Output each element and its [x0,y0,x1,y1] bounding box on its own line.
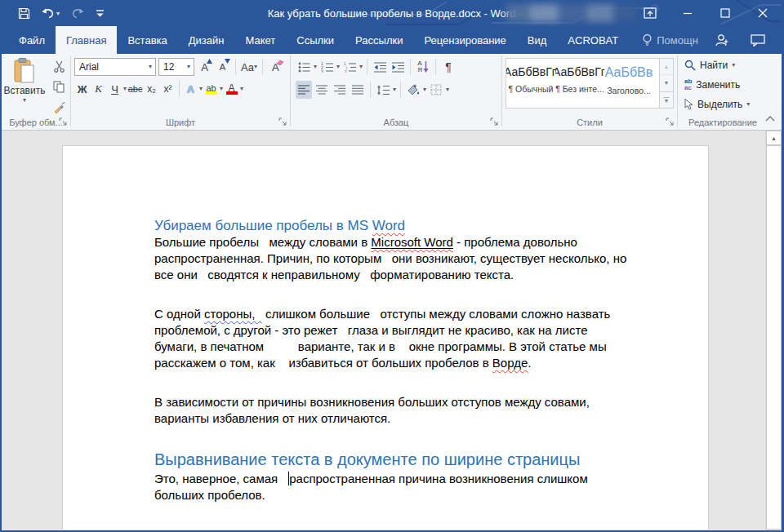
strikethrough-button[interactable]: abc [127,80,143,98]
line-spacing-button[interactable] [375,81,391,99]
style-no-spacing[interactable]: АаБбВвГг, ¶ Без инте... [555,59,604,108]
grow-font-button[interactable]: А [197,58,212,76]
align-left-button[interactable] [296,81,312,99]
minimize-icon [683,8,693,18]
scrollbar-thumb[interactable] [766,145,782,530]
save-button[interactable] [18,7,30,20]
underline-dropdown-arrow[interactable]: ▾ [123,86,127,92]
font-dialog-launcher[interactable] [278,117,287,126]
style-preview: АаБбВв [605,65,653,80]
shrink-font-button[interactable]: А [215,58,230,76]
italic-button[interactable]: К [91,80,106,98]
font-group-label: Шрифт [166,117,195,127]
minimize-button[interactable] [669,0,706,26]
customize-qat-button[interactable] [96,9,105,18]
superscript-button[interactable]: x² [160,80,176,98]
bold-glyph: Ж [78,83,87,95]
align-left-icon [298,85,310,95]
font-name-dropdown-arrow: ▾ [145,64,155,70]
style-normal[interactable]: АаБбВвГг, ¶ Обычный [506,59,555,108]
underline-button[interactable]: Ч [107,80,122,98]
line-spacing-dropdown-arrow[interactable]: ▾ [393,86,396,93]
highlight-dropdown-arrow[interactable]: ▾ [220,86,223,92]
cut-button[interactable] [51,59,67,73]
paragraph-group-label: Абзац [384,117,409,127]
paste-button[interactable]: Вставить ▾ [2,55,47,104]
borders-dropdown-arrow[interactable]: ▾ [446,86,449,93]
strikethrough-glyph: abc [128,84,143,94]
styles-gallery-more-button[interactable]: —▼ [660,92,673,108]
justify-icon [352,85,363,95]
tab-home[interactable]: Главная [56,26,117,54]
text-effects-button[interactable]: А [183,80,198,98]
tab-file[interactable]: Файл [8,26,56,54]
undo-dropdown-arrow[interactable]: ▾ [56,10,60,17]
sort-button[interactable]: АЯ [415,58,431,76]
shading-dropdown-arrow[interactable]: ▾ [423,86,426,93]
decrease-indent-button[interactable] [372,58,388,76]
ribbon-home: Вставить ▾ Буфер обм... [2,54,782,131]
tell-me-box[interactable]: Помощн [642,26,698,54]
show-formatting-marks-button[interactable]: ¶ [440,58,457,76]
increase-indent-button[interactable] [390,58,406,76]
highlight-button[interactable]: ab [203,80,219,98]
numbering-dropdown-arrow[interactable]: ▾ [336,64,340,70]
paragraph-dialog-launcher[interactable] [490,117,499,126]
styles-dialog-launcher[interactable] [666,117,675,126]
copy-button[interactable] [51,79,67,94]
subscript-button[interactable]: x₂ [144,80,159,98]
redo-button[interactable] [71,7,84,19]
comments-icon[interactable] [751,34,765,47]
tab-review[interactable]: Рецензирование [413,26,516,54]
tab-insert[interactable]: Вставка [117,26,177,54]
clear-formatting-button[interactable]: А [268,58,283,76]
maximize-button[interactable] [706,0,744,26]
tab-layout[interactable]: Макет [234,26,286,54]
font-size-value: 12 [163,61,174,73]
font-size-combobox[interactable]: 12 ▾ [158,58,194,76]
borders-button[interactable] [428,81,444,99]
ribbon-display-options-button[interactable] [631,0,669,26]
grow-font-arrow-icon [207,59,212,64]
justify-button[interactable] [350,81,366,99]
text-effects-glyph: А [187,83,194,95]
bullets-button[interactable] [296,58,312,76]
styles-scroll-up-button[interactable]: ▲ [660,59,673,75]
tab-view[interactable]: Вид [517,26,558,54]
share-sign-in-icon[interactable] [715,33,729,47]
style-heading[interactable]: АаБбВв Заголово... [604,59,653,108]
undo-button[interactable]: ▾ [42,7,60,19]
tab-design[interactable]: Дизайн [178,26,235,54]
font-name-combobox[interactable]: Arial ▾ [74,58,156,76]
text-effects-dropdown-arrow[interactable]: ▾ [199,86,203,92]
shading-button[interactable] [405,81,421,99]
styles-scroll-down-button[interactable]: ▼ [660,75,673,91]
bold-button[interactable]: Ж [74,80,90,98]
change-case-button[interactable]: Aa▾ [241,58,257,76]
font-color-dropdown-arrow[interactable]: ▾ [240,86,243,92]
align-right-button[interactable] [332,81,348,99]
clipboard-dialog-launcher[interactable] [59,117,68,126]
multilevel-dropdown-arrow[interactable]: ▾ [359,64,363,70]
doc-content[interactable]: Убираем большие пробелы в MS WordБольшие… [63,146,708,530]
align-center-button[interactable] [314,81,330,99]
font-color-button[interactable]: А [224,80,239,98]
find-button[interactable]: Найти ▾ [678,55,768,75]
sort-z-glyph: Я [417,67,422,73]
tab-references[interactable]: Ссылки [286,26,345,54]
multilevel-list-button[interactable]: 1i3 [341,58,358,76]
document-page[interactable]: Убираем большие пробелы в MS WordБольшие… [62,145,709,530]
align-center-icon [316,85,327,95]
doc-block-p: С одной стороны, слишком большие отступы… [154,306,670,371]
title-bar: ▾ Как убрать большие пробелы в Ворде.doc… [2,0,782,26]
scrollbar-up-button[interactable]: ▲ [766,131,782,145]
format-painter-button[interactable] [51,100,67,114]
replace-button[interactable]: ab ac Заменить [678,75,768,95]
tab-acrobat[interactable]: ACROBAT [557,26,629,54]
select-button[interactable]: Выделить ▾ [678,95,768,114]
collapse-ribbon-button[interactable] [765,110,775,125]
numbering-button[interactable]: 123 [318,58,335,76]
bullets-dropdown-arrow[interactable]: ▾ [314,64,317,70]
tab-mailings[interactable]: Рассылки [345,26,413,54]
close-button[interactable] [744,0,782,26]
